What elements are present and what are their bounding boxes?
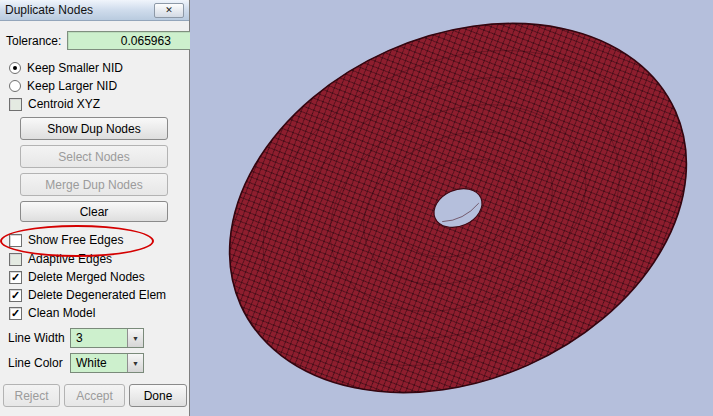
show-free-edges-label: Show Free Edges	[28, 233, 123, 247]
chevron-down-icon[interactable]: ▼	[127, 354, 143, 372]
meshed-disc-model	[190, 0, 713, 416]
dialog-title: Duplicate Nodes	[5, 3, 154, 17]
checkbox-row-adaptive-edges: Adaptive Edges	[9, 252, 112, 266]
radio-row-keep-larger: Keep Larger NID	[9, 79, 117, 93]
line-width-combo[interactable]: 3 ▼	[70, 328, 144, 348]
dropdown-arrow-glyph: ▼	[132, 335, 139, 342]
line-width-label: Line Width	[8, 331, 70, 345]
duplicate-nodes-dialog: Duplicate Nodes ✕ Tolerance: Keep Smalle…	[0, 0, 190, 416]
show-free-edges-checkbox[interactable]	[9, 234, 22, 247]
line-width-row: Line Width 3 ▼	[8, 328, 149, 348]
checkbox-row-centroid-xyz: Centroid XYZ	[9, 97, 100, 111]
checkbox-row-delete-degenerated-elem: ✓ Delete Degenerated Elem	[9, 288, 166, 302]
adaptive-edges-label: Adaptive Edges	[28, 252, 112, 266]
line-color-value: White	[71, 354, 127, 372]
radio-keep-smaller-label: Keep Smaller NID	[27, 61, 123, 75]
merge-dup-nodes-button[interactable]: Merge Dup Nodes	[20, 173, 168, 196]
centroid-xyz-label: Centroid XYZ	[28, 97, 100, 111]
tolerance-label: Tolerance:	[6, 34, 61, 48]
line-color-row: Line Color White ▼	[8, 353, 149, 373]
line-color-label: Line Color	[8, 356, 70, 370]
show-dup-nodes-button[interactable]: Show Dup Nodes	[20, 117, 168, 140]
reject-button[interactable]: Reject	[3, 384, 60, 407]
dialog-titlebar[interactable]: Duplicate Nodes ✕	[0, 0, 189, 21]
delete-degenerated-elem-label: Delete Degenerated Elem	[28, 288, 166, 302]
checkbox-row-show-free-edges: Show Free Edges	[9, 233, 123, 247]
checkbox-row-clean-model: ✓ Clean Model	[9, 306, 95, 320]
done-button[interactable]: Done	[129, 384, 187, 407]
clean-model-label: Clean Model	[28, 306, 95, 320]
delete-merged-nodes-label: Delete Merged Nodes	[28, 270, 145, 284]
accept-button[interactable]: Accept	[64, 384, 125, 407]
radio-keep-smaller-nid[interactable]	[9, 62, 21, 74]
line-width-value: 3	[71, 329, 127, 347]
clear-button[interactable]: Clear	[20, 201, 168, 222]
tolerance-row: Tolerance:	[6, 31, 182, 50]
dropdown-arrow-glyph: ▼	[132, 360, 139, 367]
select-nodes-button[interactable]: Select Nodes	[20, 145, 168, 168]
checkbox-row-delete-merged-nodes: ✓ Delete Merged Nodes	[9, 270, 145, 284]
chevron-down-icon[interactable]: ▼	[127, 329, 143, 347]
close-button[interactable]: ✕	[154, 3, 184, 18]
centroid-xyz-checkbox[interactable]	[9, 98, 22, 111]
app-window: Duplicate Nodes ✕ Tolerance: Keep Smalle…	[0, 0, 713, 416]
delete-merged-nodes-checkbox[interactable]: ✓	[9, 271, 22, 284]
radio-keep-larger-nid[interactable]	[9, 80, 21, 92]
radio-row-keep-smaller: Keep Smaller NID	[9, 61, 123, 75]
radio-keep-larger-label: Keep Larger NID	[27, 79, 117, 93]
clean-model-checkbox[interactable]: ✓	[9, 307, 22, 320]
delete-degenerated-elem-checkbox[interactable]: ✓	[9, 289, 22, 302]
viewport-3d[interactable]	[190, 0, 713, 416]
line-color-combo[interactable]: White ▼	[70, 353, 144, 373]
adaptive-edges-checkbox[interactable]	[9, 253, 22, 266]
close-icon: ✕	[165, 5, 173, 15]
